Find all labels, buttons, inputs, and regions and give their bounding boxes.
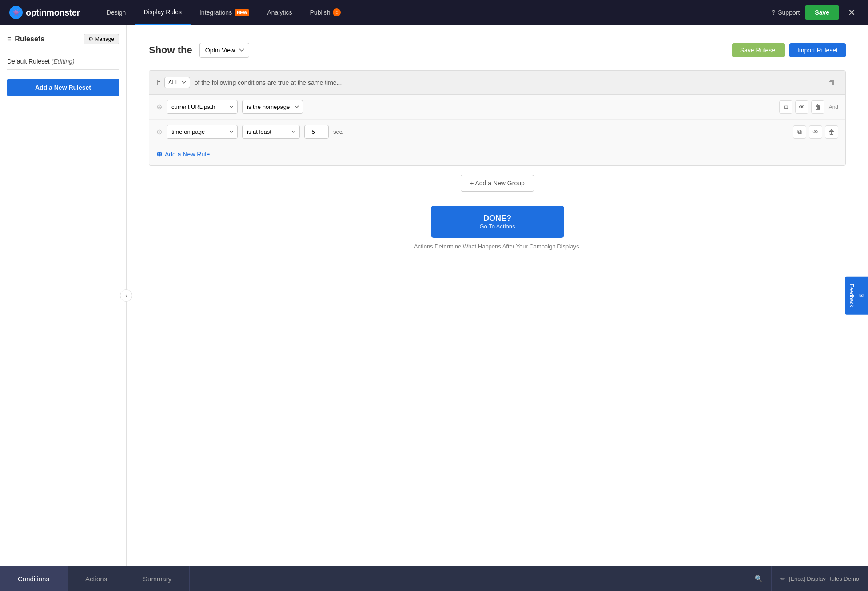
trash-icon: 🗑 <box>828 79 836 86</box>
close-button[interactable]: ✕ <box>844 5 859 20</box>
all-select[interactable]: ALL <box>164 77 190 88</box>
default-ruleset: Default Ruleset (Editing) <box>7 53 119 70</box>
plus-circle-icon: ⊕ <box>156 150 162 158</box>
manage-button[interactable]: ⚙ Manage <box>84 34 119 44</box>
logo-text: optinmonster <box>26 8 80 18</box>
support-button[interactable]: ? Support <box>772 9 800 16</box>
rule-row-1: ⊕ current URL path is the homepage ⧉ 👁 🗑 <box>149 95 845 120</box>
feedback-tab[interactable]: ✉ Feedback <box>845 277 868 315</box>
if-label: If <box>156 79 160 86</box>
nav-publish-label: Publish <box>310 9 330 16</box>
default-ruleset-label: Default Ruleset <box>7 58 50 65</box>
trash-icon-1: 🗑 <box>815 104 821 111</box>
main-content: Show the Optin View Save Ruleset Import … <box>127 25 868 566</box>
rulesets-title: ≡ Rulesets <box>7 35 44 43</box>
eye-icon-2: 👁 <box>812 128 819 136</box>
rule2-copy-button[interactable]: ⧉ <box>793 125 806 139</box>
done-button[interactable]: DONE? Go To Actions <box>431 206 564 238</box>
save-ruleset-button[interactable]: Save Ruleset <box>732 43 785 57</box>
done-subtitle: Go To Actions <box>458 223 538 230</box>
feedback-icon: ✉ <box>858 292 864 299</box>
manage-label: Manage <box>95 36 114 42</box>
nav-links: Design Display Rules Integrations NEW An… <box>98 0 772 25</box>
conditions-block: If ALL of the following conditions are t… <box>149 70 846 166</box>
feedback-label: Feedback <box>848 284 855 307</box>
sidebar-header: ≡ Rulesets ⚙ Manage <box>7 34 119 44</box>
rule-row-2: ⊕ time on page is at least sec. ⧉ 👁 <box>149 120 845 144</box>
nav-right: ? Support Save ✕ <box>772 5 859 20</box>
support-label: Support <box>778 9 800 16</box>
top-navigation: 👾 optinmonster Design Display Rules Inte… <box>0 0 868 25</box>
logo-icon: 👾 <box>9 5 23 20</box>
add-rule-button[interactable]: ⊕ Add a New Rule <box>156 150 210 158</box>
publish-badge: 0 <box>333 8 341 16</box>
done-description: Actions Determine What Happens After You… <box>149 243 846 250</box>
list-icon: ≡ <box>7 35 11 43</box>
show-the-row: Show the Optin View Save Ruleset Import … <box>149 43 846 58</box>
optin-view-select[interactable]: Optin View <box>199 43 249 58</box>
drag-handle-1[interactable]: ⊕ <box>156 103 162 111</box>
rule2-field2-select[interactable]: is at least <box>242 125 300 139</box>
trash-icon-2: 🗑 <box>828 128 835 136</box>
sec-label: sec. <box>333 128 344 135</box>
rule2-actions: ⧉ 👁 🗑 <box>793 125 838 139</box>
show-the-label: Show the <box>149 44 192 56</box>
import-ruleset-button[interactable]: Import Ruleset <box>789 43 846 57</box>
nav-display-rules[interactable]: Display Rules <box>135 0 191 25</box>
sidebar: ≡ Rulesets ⚙ Manage Default Ruleset (Edi… <box>0 25 127 566</box>
add-ruleset-button[interactable]: Add a New Ruleset <box>7 79 119 96</box>
svg-text:👾: 👾 <box>12 9 20 16</box>
add-rule-label: Add a New Rule <box>165 151 210 158</box>
sidebar-collapse-button[interactable]: ‹ <box>120 289 132 302</box>
drag-handle-2[interactable]: ⊕ <box>156 128 162 136</box>
delete-group-button[interactable]: 🗑 <box>826 78 838 88</box>
rule1-field2-select[interactable]: is the homepage <box>242 100 303 114</box>
gear-icon: ⚙ <box>88 36 93 42</box>
add-rule-row: ⊕ Add a New Rule <box>149 144 845 165</box>
header-buttons: Save Ruleset Import Ruleset <box>732 43 846 57</box>
rule2-eye-button[interactable]: 👁 <box>809 125 822 139</box>
save-button[interactable]: Save <box>805 5 839 20</box>
nav-analytics[interactable]: Analytics <box>258 0 301 25</box>
rule1-copy-button[interactable]: ⧉ <box>779 100 792 114</box>
logo[interactable]: 👾 optinmonster <box>9 5 80 20</box>
rule2-number-input[interactable] <box>304 125 329 139</box>
copy-icon: ⧉ <box>784 103 788 111</box>
question-icon: ? <box>772 9 775 16</box>
and-label-1: And <box>829 104 838 110</box>
main-layout: ≡ Rulesets ⚙ Manage Default Ruleset (Edi… <box>0 25 868 566</box>
nav-integrations-label: Integrations <box>199 9 232 16</box>
add-group-button[interactable]: + Add a New Group <box>461 175 534 192</box>
conditions-header: If ALL of the following conditions are t… <box>149 71 845 95</box>
rule1-field1-select[interactable]: current URL path <box>167 100 238 114</box>
add-group-section: + Add a New Group <box>149 175 846 192</box>
rule1-actions: ⧉ 👁 🗑 <box>779 100 824 114</box>
nav-integrations[interactable]: Integrations NEW <box>191 0 259 25</box>
rulesets-label: Rulesets <box>15 35 44 43</box>
integrations-new-badge: NEW <box>235 9 249 16</box>
editing-label: (Editing) <box>52 58 75 65</box>
rule1-eye-button[interactable]: 👁 <box>795 100 808 114</box>
rule2-field1-select[interactable]: time on page <box>167 125 238 139</box>
nav-design[interactable]: Design <box>98 0 135 25</box>
conditions-text: of the following conditions are true at … <box>195 79 342 86</box>
eye-icon: 👁 <box>799 104 805 111</box>
rule2-delete-button[interactable]: 🗑 <box>825 125 838 139</box>
nav-publish[interactable]: Publish 0 <box>301 0 350 25</box>
copy-icon-2: ⧉ <box>797 128 802 136</box>
done-title: DONE? <box>483 214 511 223</box>
rule1-delete-button[interactable]: 🗑 <box>811 100 824 114</box>
done-section: DONE? Go To Actions Actions Determine Wh… <box>149 206 846 250</box>
